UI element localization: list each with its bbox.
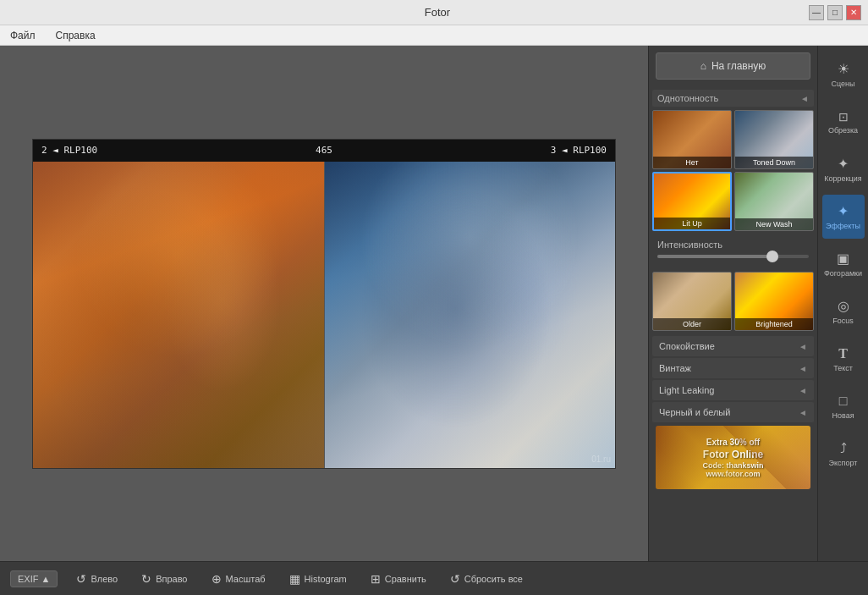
tool-crop[interactable]: ⊡ Обрезка — [822, 100, 865, 144]
main-layout: 2 ◄ RLP100 465 3 ◄ RLP100 01.ru ⌂ На гла… — [0, 46, 868, 561]
zoom-button[interactable]: ⊕ Масштаб — [206, 569, 271, 589]
right-tools: ☀ Сцены ⊡ Обрезка ✦ Коррекция ✦ Эффекты … — [817, 46, 868, 561]
export-label: Экспорт — [829, 459, 858, 467]
text-label: Текст — [833, 364, 853, 372]
effects-section-arrow: ◄ — [800, 94, 809, 103]
tool-export[interactable]: ⤴ Экспорт — [822, 432, 865, 476]
effect-thumb-net[interactable]: Нет — [652, 110, 732, 169]
new-icon: □ — [839, 394, 848, 409]
effect-thumb-lit-up[interactable]: Lit Up — [652, 172, 732, 231]
close-button[interactable]: ✕ — [846, 5, 861, 20]
rotate-right-icon: ↻ — [141, 572, 151, 586]
section-vintage-label: Винтаж — [659, 363, 691, 373]
section-light-leaking-label: Light Leaking — [659, 385, 714, 395]
rotate-right-label: Вправо — [156, 574, 187, 584]
effect-label-brightened: Brightened — [735, 318, 813, 330]
compare-icon: ⊞ — [371, 572, 381, 586]
section-bw-label: Черный и белый — [659, 407, 730, 417]
effects-panel: Однотонность ◄ Нет Toned Down Lit Up New… — [649, 86, 817, 561]
rotate-left-icon: ↺ — [76, 572, 86, 586]
photo-left[interactable] — [33, 162, 324, 468]
section-calmness-label: Спокойствие — [659, 341, 715, 351]
scenes-icon: ☀ — [838, 61, 849, 77]
effect-label-toned-down: Toned Down — [735, 157, 813, 168]
effects-icon: ✦ — [838, 203, 849, 219]
tool-effects[interactable]: ✦ Эффекты — [822, 195, 865, 239]
reset-label: Сбросить все — [464, 574, 523, 584]
bottom-bar: EXIF ▲ ↺ Влево ↻ Вправо ⊕ Масштаб ▦ Hist… — [0, 561, 868, 595]
correction-label: Коррекция — [824, 174, 861, 183]
section-calmness-header[interactable]: Спокойствие ◄ — [652, 336, 814, 356]
export-icon: ⤴ — [840, 441, 847, 456]
section-vintage-arrow: ◄ — [799, 364, 807, 373]
section-vintage: Винтаж ◄ — [652, 358, 814, 378]
slider-fill — [657, 255, 771, 258]
section-calmness-arrow: ◄ — [799, 342, 807, 351]
effects-section-header[interactable]: Однотонность ◄ — [652, 90, 814, 107]
intensity-label: Интенсивность — [657, 240, 809, 250]
intensity-row: Интенсивность — [652, 236, 814, 267]
compare-label: Сравнить — [385, 574, 426, 584]
tool-correction[interactable]: ✦ Коррекция — [822, 147, 865, 191]
reset-button[interactable]: ↺ Сбросить все — [445, 569, 528, 589]
focus-icon: ◎ — [838, 298, 849, 314]
home-icon: ⌂ — [700, 60, 706, 72]
photo-left-overlay — [33, 162, 324, 468]
window-title: Fotor — [66, 6, 809, 19]
rotate-left-button[interactable]: ↺ Влево — [71, 569, 123, 589]
section-vintage-header[interactable]: Винтаж ◄ — [652, 358, 814, 378]
ad-banner[interactable]: Extra 30% off Fotor Online Code: thanksw… — [656, 426, 810, 489]
effects-section-title: Однотонность — [657, 93, 718, 103]
maximize-button[interactable]: □ — [827, 5, 843, 20]
section-bw-arrow: ◄ — [799, 408, 807, 417]
effect-label-net: Нет — [653, 157, 731, 168]
tool-frames[interactable]: ▣ Фогорамки — [822, 242, 865, 286]
menu-help[interactable]: Справка — [52, 28, 99, 43]
compare-button[interactable]: ⊞ Сравнить — [365, 569, 431, 589]
menu-bar: Файл Справка — [0, 25, 868, 46]
photo-right[interactable] — [324, 162, 616, 468]
effect-label-new-wash: New Wash — [735, 218, 813, 230]
home-button[interactable]: ⌂ На главную — [656, 52, 810, 80]
window-controls: — □ ✕ — [809, 5, 861, 20]
histogram-label: Histogram — [305, 574, 347, 584]
frame-left-label: 2 ◄ RLP100 — [41, 145, 97, 156]
effect-label-lit-up: Lit Up — [654, 218, 730, 229]
section-bw-header[interactable]: Черный и белый ◄ — [652, 402, 814, 422]
tool-text[interactable]: T Текст — [822, 337, 865, 381]
effect-thumb-new-wash[interactable]: New Wash — [734, 172, 814, 231]
effect-thumb-toned-down[interactable]: Toned Down — [734, 110, 814, 169]
reset-icon: ↺ — [450, 572, 460, 586]
intensity-slider[interactable] — [657, 255, 809, 258]
minimize-button[interactable]: — — [809, 5, 824, 20]
effect-thumb-brightened[interactable]: Brightened — [734, 272, 814, 331]
section-calmness: Спокойствие ◄ — [652, 336, 814, 356]
zoom-label: Масштаб — [226, 574, 266, 584]
photo-content — [33, 140, 615, 468]
section-light-leaking-header[interactable]: Light Leaking ◄ — [652, 380, 814, 400]
frame-top-bar: 2 ◄ RLP100 465 3 ◄ RLP100 — [33, 140, 615, 162]
crop-label: Обрезка — [828, 126, 858, 135]
section-light-leaking-arrow: ◄ — [799, 386, 807, 395]
effect-label-older: Older — [653, 318, 731, 330]
menu-file[interactable]: Файл — [7, 28, 39, 43]
tool-scenes[interactable]: ☀ Сцены — [822, 52, 865, 96]
section-light-leaking: Light Leaking ◄ — [652, 380, 814, 400]
effects-grid: Нет Toned Down Lit Up New Wash — [652, 110, 814, 231]
scenes-label: Сцены — [832, 80, 855, 88]
histogram-button[interactable]: ▦ Histogram — [284, 569, 352, 589]
slider-thumb[interactable] — [766, 251, 778, 262]
rotate-right-button[interactable]: ↻ Вправо — [136, 569, 192, 589]
sidebar: ⌂ На главную Однотонность ◄ Нет Toned Do… — [648, 46, 817, 561]
exif-button[interactable]: EXIF ▲ — [10, 570, 58, 587]
tool-focus[interactable]: ◎ Focus — [822, 289, 865, 333]
canvas-area: 2 ◄ RLP100 465 3 ◄ RLP100 01.ru — [0, 46, 648, 561]
new-label: Новая — [832, 411, 854, 420]
tool-new[interactable]: □ Новая — [822, 384, 865, 428]
effect-thumb-older[interactable]: Older — [652, 272, 732, 331]
crop-icon: ⊡ — [838, 110, 849, 124]
frames-icon: ▣ — [837, 251, 849, 267]
text-icon: T — [838, 346, 848, 361]
section-bw: Черный и белый ◄ — [652, 402, 814, 422]
photo-frame: 2 ◄ RLP100 465 3 ◄ RLP100 01.ru — [32, 139, 616, 469]
